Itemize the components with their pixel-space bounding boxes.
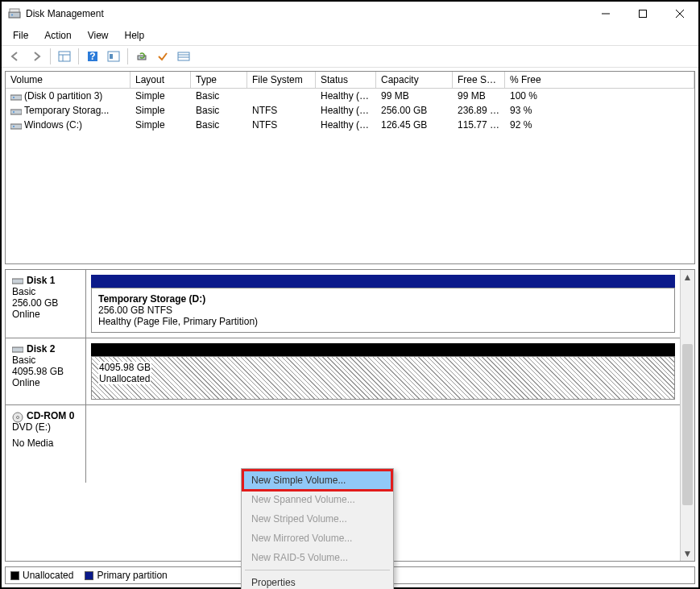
disk-icon [12,276,23,284]
scroll-down-icon[interactable]: ▼ [681,546,694,561]
maximize-button[interactable] [624,2,661,26]
separator [78,48,79,64]
col-layout[interactable]: Layout [130,72,191,88]
svg-point-1 [11,15,13,16]
menu-properties[interactable]: Properties [243,573,391,589]
cdrom-icon [12,412,23,420]
menu-help[interactable]: Help [118,27,151,44]
volume-bar [91,275,675,288]
svg-point-27 [17,417,19,419]
unallocated-box[interactable]: 4095.98 GB Unallocated [91,356,675,400]
menu-new-mirrored-volume: New Mirrored Volume... [243,529,391,548]
svg-rect-2 [10,9,19,12]
col-pct-free[interactable]: % Free [505,72,694,88]
separator [127,48,128,64]
minimize-button[interactable] [587,2,624,26]
menu-file[interactable]: File [6,27,35,44]
legend-primary: Primary partition [85,570,167,581]
col-capacity[interactable]: Capacity [376,72,453,88]
back-button[interactable] [6,48,24,65]
view-options-icon[interactable] [56,48,73,65]
svg-rect-7 [59,52,70,61]
svg-rect-25 [12,347,23,352]
table-row[interactable]: (Disk 0 partition 3) Simple Basic Health… [6,89,694,103]
help-icon[interactable]: ? [84,48,101,65]
disk-info[interactable]: CD-ROM 0 DVD (E:) No Media [6,405,86,483]
disk-info[interactable]: Disk 2 Basic 4095.98 GB Online [6,338,86,404]
separator [50,48,51,64]
col-volume[interactable]: Volume [6,72,130,88]
menu-action[interactable]: Action [38,27,77,44]
forward-button[interactable] [27,48,45,65]
menu-new-raid5-volume: New RAID-5 Volume... [243,548,391,567]
volume-icon [10,107,22,115]
volume-bar [91,343,675,356]
svg-rect-18 [10,95,22,100]
col-status[interactable]: Status [316,72,376,88]
close-button[interactable] [661,2,698,26]
col-type[interactable]: Type [191,72,247,88]
toolbar: ? [2,45,698,68]
svg-point-21 [13,111,14,113]
col-free-space[interactable]: Free Spa... [453,72,505,88]
titlebar: Disk Management [2,2,698,26]
svg-text:?: ? [89,51,95,62]
column-headers: Volume Layout Type File System Status Ca… [6,72,694,89]
svg-point-23 [13,126,14,127]
apply-icon[interactable] [154,48,172,65]
disk-management-window: Disk Management File Action View Help ? … [0,0,700,589]
app-icon [8,7,21,20]
scrollbar[interactable]: ▲ ▼ [680,270,694,561]
window-title: Disk Management [26,8,587,19]
disk-row: Disk 1 Basic 256.00 GB Online Temporary … [6,270,680,338]
volume-rows: (Disk 0 partition 3) Simple Basic Health… [6,89,694,132]
menu-new-spanned-volume: New Spanned Volume... [243,490,391,509]
disk-row: Disk 2 Basic 4095.98 GB Online 4095.98 G… [6,338,680,405]
list-view-icon[interactable] [175,48,193,65]
svg-rect-22 [10,124,22,129]
col-filesystem[interactable]: File System [247,72,316,88]
volume-icon [10,93,22,101]
scroll-up-icon[interactable]: ▲ [681,270,694,284]
svg-rect-0 [9,12,20,18]
menubar: File Action View Help [2,26,698,45]
svg-rect-24 [12,279,23,284]
svg-rect-15 [178,52,189,60]
volume-list: Volume Layout Type File System Status Ca… [5,71,695,264]
refresh-icon[interactable] [133,48,151,65]
menu-new-simple-volume[interactable]: New Simple Volume... [243,471,391,490]
svg-rect-13 [110,54,113,59]
volume-icon [10,122,22,130]
table-row[interactable]: Windows (C:) Simple Basic NTFS Healthy (… [6,118,694,132]
table-row[interactable]: Temporary Storag... Simple Basic NTFS He… [6,103,694,118]
svg-point-19 [13,97,14,98]
svg-rect-4 [640,10,647,18]
svg-rect-20 [10,110,22,114]
legend-unallocated: Unallocated [10,570,73,581]
context-menu: New Simple Volume... New Spanned Volume.… [241,468,394,589]
settings-icon[interactable] [105,48,122,65]
scroll-thumb[interactable] [682,344,693,505]
separator [245,570,390,570]
menu-new-striped-volume: New Striped Volume... [243,509,391,529]
volume-box[interactable]: Temporary Storage (D:) 256.00 GB NTFS He… [91,288,675,333]
menu-view[interactable]: View [81,27,115,44]
disk-info[interactable]: Disk 1 Basic 256.00 GB Online [6,270,86,338]
disk-icon [12,345,23,353]
